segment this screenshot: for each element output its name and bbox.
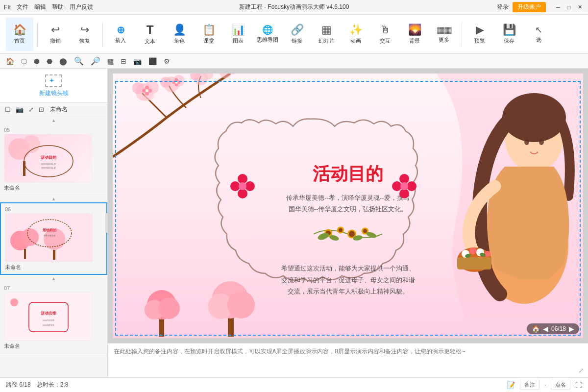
prev-page-button[interactable]: 🏠 [532,325,540,333]
toolbar-slide[interactable]: ▦ 幻灯片 [313,18,340,51]
maximize-button[interactable]: □ [564,3,573,12]
fullscreen-btn[interactable]: ⤢ [27,105,35,114]
sec-align-icon[interactable]: ⊟ [119,56,128,66]
toolbar-text[interactable]: T 文本 [136,18,164,51]
slide-item-05[interactable]: 05 活动目的 传承华厦美德--孝 演绎华厦灵魂--爱 未命名 [0,124,107,195]
svg-point-35 [148,89,152,93]
sec-paste-icon[interactable]: ⬣ [45,56,54,66]
slide-item-07[interactable]: 07 活动安排 活动内容说明 活动流程安排 未命名 [0,282,107,353]
toolbar-preview[interactable]: ▶ 预览 [466,18,493,51]
frame-unnamed-label: 未命名 [50,105,68,114]
sec-home-icon[interactable]: 🏠 [4,56,16,66]
fit-btn[interactable]: ⊡ [38,105,45,114]
notes-expand-button[interactable]: ⤢ [578,367,584,374]
slide-background: 活动目的 传承华厦美德--孝，演绎华厦灵魂--爱，撰写 国华美德--传华厦之文明… [113,74,583,338]
slide-item-06[interactable]: 06 活动目的 传承华厦美德 未命名 [0,202,107,275]
toolbar-text-label: 文本 [145,38,155,45]
new-frame-button[interactable]: + 新建镜头帧 [0,69,107,103]
toolbar-undo[interactable]: ↩ 撤销 [42,18,69,51]
svg-point-43 [175,81,178,84]
next-arrow-button[interactable]: ▶ [569,325,574,333]
toolbar-role[interactable]: 👤 角色 [166,18,193,51]
toolbar-home[interactable]: 🏠 首页 [6,18,33,51]
toolbar-slide-label: 幻灯片 [318,37,335,45]
svg-point-34 [145,86,149,90]
sec-copy-icon[interactable]: ⬡ [19,56,29,66]
upgrade-button[interactable]: 升级账户 [513,2,546,12]
undo-icon: ↩ [51,24,60,36]
menu-edit[interactable]: 编辑 [34,3,46,11]
pink-flower-right [392,174,416,202]
sec-cut-icon[interactable]: ⬢ [32,56,42,66]
toolbar-animate[interactable]: ✨ 动画 [342,18,369,51]
svg-rect-16 [4,293,92,341]
svg-point-37 [142,89,146,93]
menu-bar: FIt 文件 编辑 帮助 用户反馈 [4,3,93,11]
prev-arrow-button[interactable]: ◀ [543,325,548,333]
pointname-button[interactable]: 点名 [551,380,570,390]
sec-zoom-out-icon[interactable]: 🔎 [89,55,102,67]
toolbar-class-label: 课堂 [203,37,214,45]
copy-frame-check[interactable]: ☐ [4,105,12,114]
toolbar-insert[interactable]: ⊕ 插入 [107,18,134,51]
sec-settings-icon[interactable]: ⚙ [162,56,172,66]
minimize-button[interactable]: ─ [554,3,563,12]
login-button[interactable]: 登录 [497,3,509,11]
copy-frame-btn[interactable]: 📷 [15,105,24,114]
svg-point-65 [400,182,408,190]
slides-panel: + 新建镜头帧 ☐ 📷 ⤢ ⊡ 未命名 ▲ 05 [0,69,108,377]
slide-text2: 希望通过这次活动，能够为大家提供一个沟通、 交流和学习的平台，促进母子、母女之间… [270,263,426,297]
slide-resize-07-handle[interactable]: ▲ [0,275,107,282]
toolbar-save-label: 保存 [504,37,514,45]
slide-num-05: 05 [4,127,103,133]
new-frame-label: 新建镜头帧 [39,89,69,98]
toolbar-animate-label: 动画 [350,37,361,45]
canvas[interactable]: 活动目的 传承华厦美德--孝，演绎华厦灵魂--爱，撰写 国华美德--传华厦之文明… [108,69,588,343]
fullscreen-status-icon[interactable]: ⛶ [575,381,582,389]
sec-export-icon[interactable]: ⬛ [147,56,159,66]
slide-resize-06-handle[interactable]: ▲ [0,195,107,202]
notes-panel: ⤢ [108,343,588,377]
notes-input[interactable] [114,347,582,373]
status-left: 路径 6/18 总时长：2:8 [6,381,68,389]
toolbar-mindmap[interactable]: 🌐 思维导图 [254,18,281,51]
sec-grid-icon[interactable]: ▦ [105,56,116,66]
total-duration-label: 总时长：2:8 [37,381,69,389]
tree-right-decoration [206,263,255,338]
close-button[interactable]: ✕ [575,3,584,12]
notes-button[interactable]: 备注 [520,380,539,390]
toolbar-interact[interactable]: 🖱 交互 [371,18,399,51]
insert-icon: ⊕ [117,24,125,36]
toolbar-role-label: 角色 [174,37,185,45]
title-right-buttons: 登录 升级账户 ─ □ ✕ [497,2,584,12]
toolbar-select[interactable]: ↖ 选 [525,18,552,51]
sec-zoom-in-icon[interactable]: 🔍 [72,55,86,67]
toolbar-class[interactable]: 📋 课堂 [195,18,222,51]
svg-point-47 [339,228,343,232]
toolbar-separator-2 [102,22,103,47]
toolbar-link[interactable]: 🔗 链接 [283,18,311,51]
svg-point-73 [227,291,255,318]
anime-girl-illustration [436,74,583,338]
toolbar-redo[interactable]: ↪ 恢复 [71,18,98,51]
role-icon: 👤 [173,24,186,36]
toolbar-save[interactable]: 💾 保存 [495,18,523,51]
main-toolbar: 🏠 首页 ↩ 撤销 ↪ 恢复 ⊕ 插入 T 文本 👤 角色 📋 课堂 📊 图表 … [0,15,588,54]
menu-feedback[interactable]: 用户反馈 [70,3,93,11]
svg-rect-80 [457,257,491,270]
toolbar-more[interactable]: ▦▦ 更多 [430,18,458,51]
toolbar-chart[interactable]: 📊 图表 [224,18,252,51]
toolbar-chart-label: 图表 [233,37,244,45]
toolbar-insert-label: 插入 [115,37,126,44]
svg-point-77 [524,139,529,145]
slide-resize-05-handle[interactable]: ▲ [0,117,107,124]
menu-help[interactable]: 帮助 [52,3,64,11]
slide-title: 活动目的 [313,162,383,186]
chart-icon: 📊 [232,24,245,36]
toolbar-bg[interactable]: 🌄 背景 [401,18,428,51]
svg-point-39 [175,78,178,82]
sec-camera-icon[interactable]: 📷 [131,56,144,66]
sec-undo2-icon[interactable]: ⬤ [57,56,69,66]
svg-text:活动目的: 活动目的 [43,228,56,232]
menu-file[interactable]: 文件 [17,3,28,11]
